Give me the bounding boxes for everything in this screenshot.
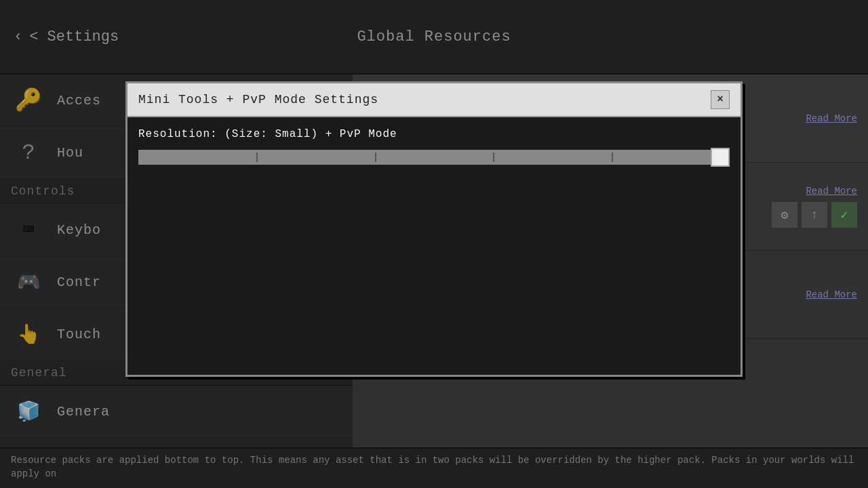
slider-track[interactable] — [138, 150, 730, 165]
modal-slider-container — [138, 150, 730, 165]
modal-close-button[interactable]: × — [711, 90, 730, 109]
slider-tick-4 — [612, 152, 613, 162]
modal-body: Resolution: (Size: Small) + PvP Mode — [127, 117, 741, 375]
modal-resolution-label: Resolution: (Size: Small) + PvP Mode — [138, 128, 730, 140]
slider-tick-1 — [256, 152, 258, 162]
slider-tick-3 — [493, 152, 494, 162]
modal-title: Mini Tools + PvP Mode Settings — [138, 93, 378, 106]
slider-tick-2 — [375, 152, 376, 162]
settings-modal: Mini Tools + PvP Mode Settings × Resolut… — [125, 81, 743, 377]
modal-titlebar: Mini Tools + PvP Mode Settings × — [127, 83, 741, 117]
slider-thumb[interactable] — [711, 148, 730, 167]
modal-overlay: Mini Tools + PvP Mode Settings × Resolut… — [0, 0, 868, 488]
